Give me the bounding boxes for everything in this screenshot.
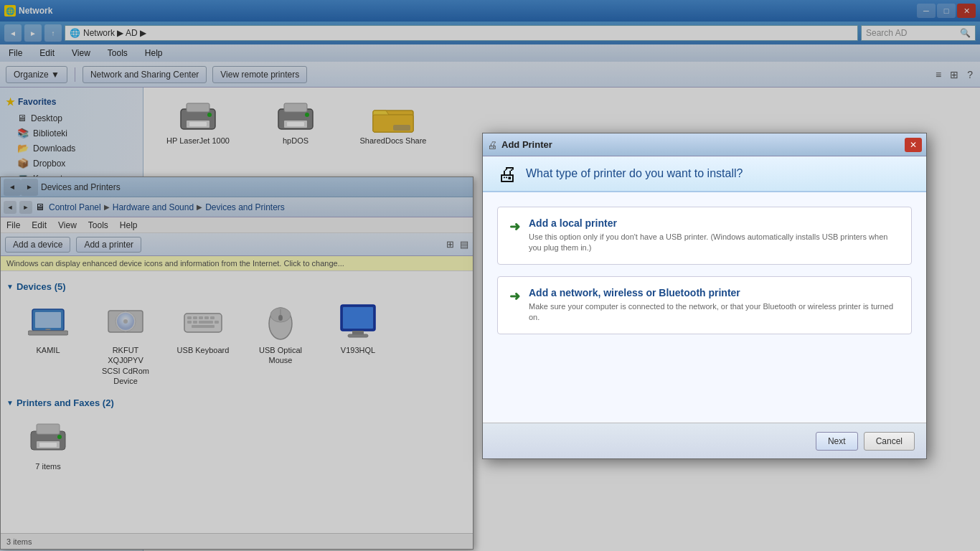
dialog-close-button[interactable]: ✕	[905, 138, 922, 152]
dialog-header-icon: 🖨	[497, 162, 517, 186]
local-printer-option[interactable]: ➜ Add a local printer Use this option on…	[497, 207, 912, 265]
dialog-header-bar: 🖨 What type of printer do you want to in…	[483, 156, 926, 192]
network-printer-content: Add a network, wireless or Bluetooth pri…	[529, 287, 900, 324]
dialog-title: Add Printer	[501, 139, 900, 150]
local-printer-content: Add a local printer Use this option only…	[529, 217, 900, 254]
dialog-header-text: What type of printer do you want to inst…	[526, 167, 743, 180]
network-printer-option[interactable]: ➜ Add a network, wireless or Bluetooth p…	[497, 276, 912, 334]
local-printer-title: Add a local printer	[529, 217, 900, 229]
dialog-footer: Next Cancel	[483, 423, 926, 458]
add-printer-dialog: 🖨 Add Printer ✕ 🖨 What type of printer d…	[482, 133, 927, 459]
network-printer-title: Add a network, wireless or Bluetooth pri…	[529, 287, 900, 298]
printer-title-icon: 🖨	[487, 139, 497, 151]
option-arrow-icon: ➜	[509, 288, 520, 304]
dialog-body: ➜ Add a local printer Use this option on…	[483, 192, 926, 423]
option-arrow-icon: ➜	[509, 219, 520, 235]
dialog-titlebar: 🖨 Add Printer ✕	[483, 133, 926, 156]
network-printer-desc: Make sure your computer is connected to …	[529, 301, 900, 324]
cancel-button[interactable]: Cancel	[864, 432, 915, 451]
next-button[interactable]: Next	[816, 432, 858, 451]
local-printer-desc: Use this option only if you don't have a…	[529, 232, 900, 254]
